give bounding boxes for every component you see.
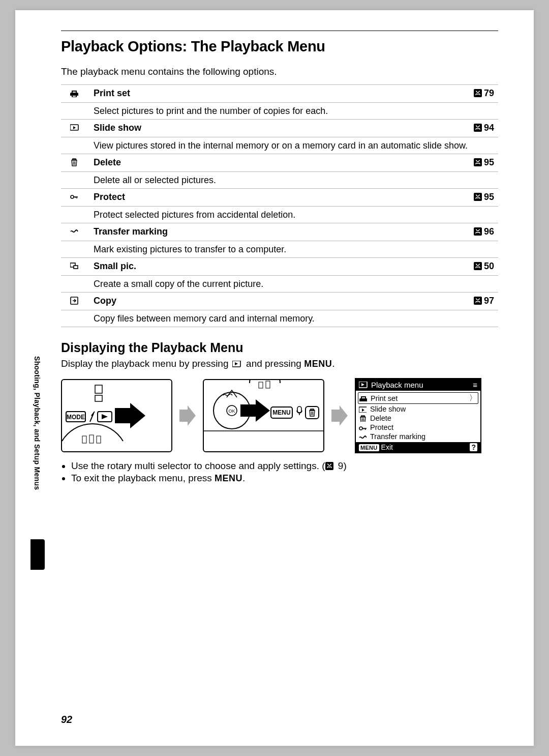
- step-arrow-icon: [330, 405, 349, 426]
- ref-icon: [474, 158, 482, 166]
- option-title-row: Small pic.50: [61, 258, 498, 276]
- option-name: Protect: [89, 189, 454, 207]
- side-thumb-tab: [30, 539, 45, 570]
- display-title: Displaying the Playback Menu: [61, 340, 498, 355]
- screen-menu-item: Delete: [358, 414, 478, 423]
- side-section-tab: Shooting, Playback, and Setup Menus: [33, 356, 41, 490]
- step-arrow-icon: [178, 405, 197, 426]
- option-desc-row: Select pictures to print and the number …: [61, 103, 498, 120]
- svg-rect-15: [82, 436, 86, 443]
- screen-menu-item: Slide show: [358, 404, 478, 414]
- camera-back-diagram-2: OK MENU: [203, 379, 324, 452]
- option-page-ref: 50: [454, 258, 498, 276]
- smallpic-icon: [70, 262, 79, 273]
- slide-icon: [70, 124, 79, 134]
- svg-text:OK: OK: [228, 409, 235, 414]
- option-desc: View pictures stored in the internal mem…: [89, 137, 498, 154]
- option-page-ref: 97: [454, 293, 498, 310]
- option-title-row: Slide show94: [61, 120, 498, 137]
- option-desc-row: Create a small copy of the current pictu…: [61, 276, 498, 293]
- trash-icon: [70, 158, 79, 169]
- ref-icon: [474, 227, 482, 236]
- option-desc: Copy files between memory card and inter…: [89, 310, 498, 327]
- option-name: Small pic.: [89, 258, 454, 276]
- screen-menu-item: Print set〉: [358, 392, 478, 404]
- option-page-ref: 95: [454, 189, 498, 207]
- print-icon: [70, 89, 79, 100]
- ref-icon: [474, 89, 482, 97]
- screen-title-bar: Playback menu ≡: [356, 379, 480, 391]
- option-title-row: Delete95: [61, 154, 498, 172]
- option-desc: Mark existing pictures to transfer to a …: [89, 241, 498, 258]
- top-rule: [61, 31, 498, 31]
- option-page-ref: 96: [454, 223, 498, 241]
- option-desc-row: Protect selected pictures from accidenta…: [61, 207, 498, 223]
- screen-footer: MENUExit ?: [356, 442, 480, 452]
- option-desc-row: View pictures stored in the internal mem…: [61, 137, 498, 154]
- svg-rect-18: [259, 382, 263, 388]
- option-name: Transfer marking: [89, 223, 454, 241]
- ref-icon: [325, 461, 333, 470]
- svg-rect-17: [97, 436, 101, 443]
- svg-rect-10: [95, 385, 102, 393]
- options-table: Print set79Select pictures to print and …: [61, 84, 498, 327]
- option-name: Print set: [89, 85, 454, 103]
- option-desc: Select pictures to print and the number …: [89, 103, 498, 120]
- page-title: Playback Options: The Playback Menu: [61, 38, 498, 55]
- copy-icon: [70, 297, 79, 307]
- svg-rect-19: [266, 381, 270, 388]
- option-title-row: Print set79: [61, 85, 498, 103]
- option-title-row: Copy97: [61, 293, 498, 310]
- option-page-ref: 79: [454, 85, 498, 103]
- page-content: Playback Options: The Playback Menu The …: [15, 10, 534, 484]
- key-icon: [70, 193, 79, 203]
- playback-menu-screen: Playback menu ≡ Print set〉Slide showDele…: [355, 378, 481, 453]
- option-desc: Create a small copy of the current pictu…: [89, 276, 498, 293]
- page-intro: The playback menu contains the following…: [61, 66, 498, 77]
- screen-menu-item: Transfer marking: [358, 432, 478, 441]
- illustration-row: MODE: [61, 378, 498, 453]
- option-name: Copy: [89, 293, 454, 310]
- instruction-item: Use the rotary multi selector to choose …: [71, 460, 498, 472]
- ref-icon: [474, 262, 482, 270]
- menu-word: MENU: [304, 359, 332, 369]
- transfer-icon: [70, 227, 79, 238]
- screen-menu-item: Protect: [358, 423, 478, 432]
- svg-text:MENU: MENU: [272, 409, 290, 416]
- svg-text:MODE: MODE: [67, 414, 85, 421]
- play-icon: [232, 360, 242, 371]
- option-desc-row: Mark existing pictures to transfer to a …: [61, 241, 498, 258]
- instruction-list: Use the rotary multi selector to choose …: [61, 460, 498, 484]
- instruction-item: To exit the playback menu, press MENU.: [71, 473, 498, 484]
- ref-icon: [474, 297, 482, 305]
- option-page-ref: 94: [454, 120, 498, 137]
- option-page-ref: 95: [454, 154, 498, 172]
- svg-rect-11: [95, 395, 102, 401]
- option-desc-row: Copy files between memory card and inter…: [61, 310, 498, 327]
- page-number: 92: [61, 714, 72, 725]
- option-title-row: Protect95: [61, 189, 498, 207]
- ref-icon: [474, 124, 482, 132]
- option-desc-row: Delete all or selected pictures.: [61, 172, 498, 189]
- ref-icon: [474, 193, 482, 201]
- display-intro: Display the playback menu by pressing an…: [61, 358, 498, 371]
- option-desc: Protect selected pictures from accidenta…: [89, 207, 498, 223]
- svg-rect-16: [89, 435, 94, 443]
- option-desc: Delete all or selected pictures.: [89, 172, 498, 189]
- option-name: Delete: [89, 154, 454, 172]
- option-title-row: Transfer marking96: [61, 223, 498, 241]
- option-name: Slide show: [89, 120, 454, 137]
- camera-back-diagram-1: MODE: [61, 379, 172, 452]
